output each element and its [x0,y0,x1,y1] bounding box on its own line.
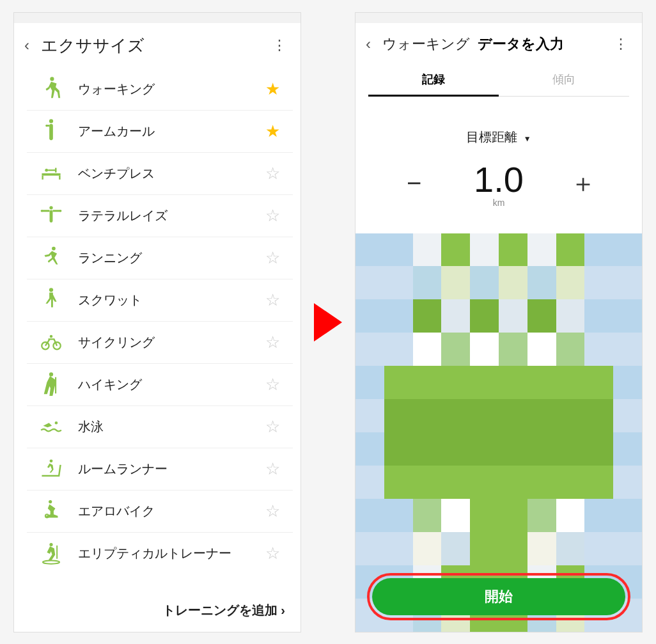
list-item[interactable]: ランニング☆ [27,237,293,279]
caret-down-icon: ▼ [524,134,531,143]
status-bar [355,13,642,23]
squat-icon [40,288,63,311]
star-icon[interactable]: ☆ [265,459,280,479]
list-item[interactable]: エリプティカルトレーナー☆ [27,533,293,575]
svg-point-17 [49,372,53,376]
star-icon[interactable]: ☆ [265,544,280,563]
elliptical-icon [40,542,63,565]
list-item[interactable]: スクワット☆ [27,279,293,322]
svg-rect-4 [42,173,60,176]
add-training-label: トレーニングを追加 [162,603,277,617]
svg-rect-6 [59,176,60,180]
svg-point-19 [50,459,53,462]
ergbike-icon [40,499,63,522]
minus-button[interactable]: − [395,169,433,198]
run-icon [40,246,63,269]
header: ‹ ウォーキング データを入力 ⋮ [355,23,642,65]
start-button-highlight: 開始 [367,573,630,620]
walk-icon [40,77,63,100]
distance-value-group: 1.0 km [474,159,524,208]
distance-value: 1.0 [474,159,524,200]
list-item[interactable]: ウォーキング★ [27,68,293,111]
svg-point-10 [41,210,43,212]
exercise-label: ベンチプレス [78,165,250,182]
svg-rect-2 [49,124,53,141]
exercise-label: エリプティカルトレーナー [78,545,250,562]
svg-point-23 [43,560,59,563]
back-icon[interactable]: ‹ [366,35,371,53]
cycle-icon [40,331,63,354]
svg-rect-5 [42,176,43,180]
list-item[interactable]: ルームランナー☆ [27,448,293,491]
svg-point-11 [59,210,62,212]
tabs: 記録 傾向 [368,65,629,97]
exercise-label: アームカール [78,123,250,140]
exercise-label: 水泳 [78,418,250,436]
list-item[interactable]: 水泳☆ [27,406,293,448]
arrow-right-icon [314,303,342,342]
svg-point-20 [49,500,52,503]
star-icon[interactable]: ☆ [265,333,280,352]
exercise-start-screen: ‹ ウォーキング データを入力 ⋮ 記録 傾向 目標距離 ▼ − 1.0 km … [355,12,643,632]
hike-icon [40,373,63,396]
list-item[interactable]: エアロバイク☆ [27,491,293,533]
tab-record[interactable]: 記録 [368,65,499,97]
exercise-label: ランニング [78,249,250,267]
svg-point-12 [52,247,56,251]
more-icon[interactable]: ⋮ [269,37,290,54]
tab-trend[interactable]: 傾向 [499,65,629,97]
start-button[interactable]: 開始 [372,578,625,615]
star-icon[interactable]: ★ [265,79,280,99]
list-item[interactable]: ラテラルレイズ☆ [27,195,293,237]
svg-point-8 [49,206,52,209]
add-training-button[interactable]: トレーニングを追加 › [14,589,301,632]
list-item[interactable]: サイクリング☆ [27,322,293,364]
exercise-label: ウォーキング [78,81,250,98]
exercise-label: エアロバイク [78,503,250,520]
svg-point-1 [49,119,53,123]
exercise-name: ウォーキング [382,35,470,54]
treadmill-icon [40,457,63,480]
svg-point-16 [50,335,53,338]
list-item[interactable]: ハイキング☆ [27,364,293,406]
exercise-label: ハイキング [78,376,250,393]
plus-button[interactable]: ＋ [564,166,602,201]
exercise-label: サイクリング [78,334,250,351]
target-label: 目標距離 [466,130,517,144]
header-action[interactable]: データを入力 [478,35,564,54]
lateral-icon [40,204,63,227]
map-area[interactable]: 開始 [355,233,642,632]
svg-rect-9 [50,210,53,223]
star-icon[interactable]: ★ [265,122,280,141]
page-title: エクササイズ [41,35,257,57]
exercise-list: ウォーキング★アームカール★ベンチプレス☆ラテラルレイズ☆ランニング☆スクワット… [14,68,301,589]
svg-point-22 [49,543,52,546]
star-icon[interactable]: ☆ [265,290,280,310]
exercise-label: ルームランナー [78,460,250,478]
svg-point-7 [45,169,48,172]
status-bar [14,13,301,23]
more-icon[interactable]: ⋮ [610,36,632,52]
svg-point-0 [50,77,54,81]
exercise-label: スクワット [78,292,250,309]
star-icon[interactable]: ☆ [265,248,280,268]
star-icon[interactable]: ☆ [265,417,280,437]
star-icon[interactable]: ☆ [265,164,280,184]
star-icon[interactable]: ☆ [265,501,280,521]
svg-point-18 [55,421,58,425]
star-icon[interactable]: ☆ [265,375,280,395]
target-dropdown[interactable]: 目標距離 ▼ [355,129,642,146]
exercise-list-screen: ‹ エクササイズ ⋮ ウォーキング★アームカール★ベンチプレス☆ラテラルレイズ☆… [13,12,301,632]
header-title-group: ウォーキング データを入力 [382,35,598,54]
star-icon[interactable]: ☆ [265,206,280,226]
bench-icon [40,162,63,185]
svg-point-13 [49,288,53,292]
back-icon[interactable]: ‹ [24,36,29,54]
swim-icon [40,415,63,438]
list-item[interactable]: ベンチプレス☆ [27,153,293,195]
header: ‹ エクササイズ ⋮ [14,23,301,68]
distance-stepper: − 1.0 km ＋ [375,159,623,208]
exercise-label: ラテラルレイズ [78,207,250,224]
list-item[interactable]: アームカール★ [27,111,293,153]
armcurl-icon [40,120,63,143]
